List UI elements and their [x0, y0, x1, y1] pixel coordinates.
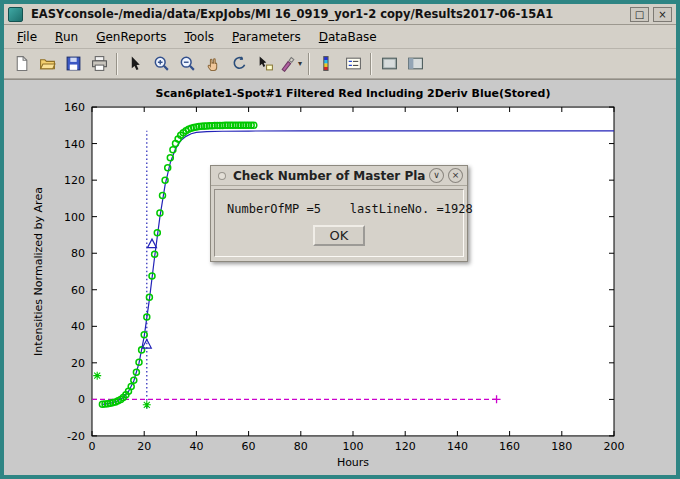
- app-icon[interactable]: [8, 7, 23, 22]
- show-plot-tools-button[interactable]: [402, 51, 428, 77]
- open-file-icon: [39, 55, 56, 72]
- svg-text:60: 60: [71, 284, 85, 297]
- edit-plot-icon: [127, 55, 144, 72]
- svg-text:60: 60: [242, 440, 256, 453]
- dialog-ok-button[interactable]: OK: [313, 225, 365, 246]
- svg-text:Scan6plate1-Spot#1 Filtered Re: Scan6plate1-Spot#1 Filtered Red Includin…: [156, 87, 551, 100]
- brush-color-button[interactable]: ▾: [278, 51, 304, 77]
- insert-legend-icon: [345, 55, 362, 72]
- dialog-icon: [218, 172, 226, 180]
- open-file-button[interactable]: [34, 51, 60, 77]
- data-cursor-icon: [257, 55, 274, 72]
- svg-text:120: 120: [64, 174, 85, 187]
- svg-text:80: 80: [71, 247, 85, 260]
- toolbar: ▾: [4, 49, 676, 79]
- menu-database[interactable]: DataBase: [310, 27, 386, 47]
- close-button[interactable]: ×: [653, 7, 672, 22]
- dialog-title: Check Number of Master Pla: [233, 169, 425, 183]
- menu-file[interactable]: File: [8, 27, 46, 47]
- svg-text:160: 160: [64, 101, 85, 114]
- show-plot-tools-icon: [407, 55, 424, 72]
- dropdown-arrow-icon[interactable]: ▾: [298, 59, 302, 68]
- zoom-in-icon: [153, 55, 170, 72]
- window-title: EASYconsole-/media/data/ExpJobs/MI 16_09…: [31, 7, 626, 21]
- brush-color-icon: [280, 55, 297, 72]
- dialog-collapse-button[interactable]: ∨: [429, 168, 444, 183]
- dialog-close-button[interactable]: ×: [448, 168, 463, 183]
- save-figure-icon: [65, 55, 82, 72]
- toolbar-separator: [370, 53, 372, 75]
- menu-parameters[interactable]: Parameters: [223, 27, 310, 47]
- hide-plot-tools-icon: [381, 55, 398, 72]
- check-number-dialog: Check Number of Master Pla ∨ × NumberOfM…: [210, 165, 468, 262]
- svg-text:20: 20: [137, 440, 151, 453]
- svg-text:80: 80: [294, 440, 308, 453]
- rotate-3d-button[interactable]: [226, 51, 252, 77]
- toolbar-separator: [116, 53, 118, 75]
- plot-canvas[interactable]: 020406080100120140160180200-200204060801…: [4, 80, 676, 475]
- rotate-3d-icon: [231, 55, 248, 72]
- dialog-message: NumberOfMP =5 lastLineNo. =1928: [227, 202, 473, 216]
- zoom-out-button[interactable]: [174, 51, 200, 77]
- hide-plot-tools-button[interactable]: [376, 51, 402, 77]
- dialog-body: NumberOfMP =5 lastLineNo. =1928 OK: [214, 189, 464, 257]
- restore-button[interactable]: □: [630, 7, 649, 22]
- svg-text:0: 0: [78, 393, 85, 406]
- svg-text:140: 140: [447, 440, 468, 453]
- insert-colorbar-button[interactable]: [314, 51, 340, 77]
- svg-text:140: 140: [64, 138, 85, 151]
- svg-text:40: 40: [189, 440, 203, 453]
- figure-area: 020406080100120140160180200-200204060801…: [4, 79, 676, 475]
- zoom-out-icon: [179, 55, 196, 72]
- svg-text:20: 20: [71, 357, 85, 370]
- svg-text:Hours: Hours: [337, 456, 369, 469]
- pan-icon: [205, 55, 222, 72]
- svg-text:160: 160: [499, 440, 520, 453]
- svg-text:-20: -20: [67, 430, 85, 443]
- svg-text:180: 180: [551, 440, 572, 453]
- titlebar[interactable]: EASYconsole-/media/data/ExpJobs/MI 16_09…: [4, 4, 676, 25]
- menu-tools[interactable]: Tools: [175, 27, 223, 47]
- menubar: FileRunGenReportsToolsParametersDataBase: [4, 25, 676, 49]
- menu-genreports[interactable]: GenReports: [87, 27, 175, 47]
- new-figure-icon: [13, 55, 30, 72]
- print-figure-icon: [91, 55, 108, 72]
- svg-text:100: 100: [343, 440, 364, 453]
- svg-text:120: 120: [395, 440, 416, 453]
- data-cursor-button[interactable]: [252, 51, 278, 77]
- edit-plot-button[interactable]: [122, 51, 148, 77]
- menu-run[interactable]: Run: [46, 27, 87, 47]
- toolbar-separator: [308, 53, 310, 75]
- svg-text:100: 100: [64, 211, 85, 224]
- easyconsole-window: EASYconsole-/media/data/ExpJobs/MI 16_09…: [0, 0, 680, 479]
- dialog-titlebar[interactable]: Check Number of Master Pla ∨ ×: [211, 166, 467, 186]
- pan-button[interactable]: [200, 51, 226, 77]
- zoom-in-button[interactable]: [148, 51, 174, 77]
- print-figure-button[interactable]: [86, 51, 112, 77]
- svg-text:40: 40: [71, 320, 85, 333]
- insert-legend-button[interactable]: [340, 51, 366, 77]
- svg-text:0: 0: [89, 440, 96, 453]
- insert-colorbar-icon: [319, 55, 336, 72]
- new-figure-button[interactable]: [8, 51, 34, 77]
- svg-text:Intensities Normalized by Area: Intensities Normalized by Area: [32, 187, 45, 356]
- svg-text:200: 200: [604, 440, 625, 453]
- save-figure-button[interactable]: [60, 51, 86, 77]
